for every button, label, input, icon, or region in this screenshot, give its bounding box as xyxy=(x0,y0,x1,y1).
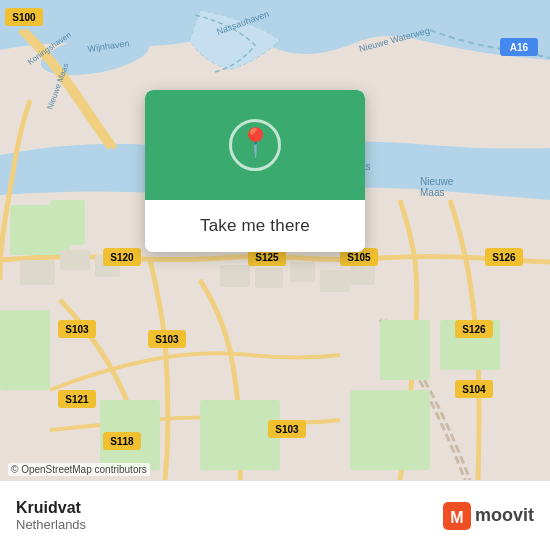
popup-card: 📍 Take me there xyxy=(145,90,365,252)
svg-rect-16 xyxy=(290,262,315,282)
svg-text:A16: A16 xyxy=(510,42,529,53)
location-info: Kruidvat Netherlands xyxy=(16,499,86,532)
svg-text:S105: S105 xyxy=(347,252,371,263)
popup-header: 📍 xyxy=(145,90,365,200)
svg-text:M: M xyxy=(450,509,463,526)
svg-text:Nieuwe: Nieuwe xyxy=(420,176,454,187)
svg-rect-10 xyxy=(50,200,85,245)
svg-rect-14 xyxy=(220,265,250,287)
svg-text:S121: S121 xyxy=(65,394,89,405)
svg-rect-18 xyxy=(350,265,375,285)
svg-text:S125: S125 xyxy=(255,252,279,263)
location-country: Netherlands xyxy=(16,517,86,532)
svg-rect-15 xyxy=(255,268,283,288)
map-container: S100 A16 S103 S120 S121 S125 S105 S103 xyxy=(0,0,550,480)
svg-text:S104: S104 xyxy=(462,384,486,395)
svg-text:S126: S126 xyxy=(462,324,486,335)
map-attribution: © OpenStreetMap contributors xyxy=(8,463,150,476)
location-pin-icon: 📍 xyxy=(238,129,273,157)
svg-rect-7 xyxy=(0,310,50,390)
moovit-text: moovit xyxy=(475,505,534,526)
location-icon-container: 📍 xyxy=(229,119,281,171)
svg-rect-4 xyxy=(380,320,430,380)
svg-text:S103: S103 xyxy=(65,324,89,335)
svg-text:S103: S103 xyxy=(275,424,299,435)
app: S100 A16 S103 S120 S121 S125 S105 S103 xyxy=(0,0,550,550)
svg-rect-6 xyxy=(350,390,430,470)
svg-rect-12 xyxy=(60,250,90,270)
moovit-logo: M moovit xyxy=(443,502,534,530)
bottom-bar: Kruidvat Netherlands M moovit xyxy=(0,480,550,550)
moovit-icon: M xyxy=(443,502,471,530)
svg-text:S118: S118 xyxy=(110,436,134,447)
take-me-there-button[interactable]: Take me there xyxy=(145,200,365,252)
svg-text:Maas: Maas xyxy=(420,187,444,198)
svg-text:S100: S100 xyxy=(12,12,36,23)
location-name: Kruidvat xyxy=(16,499,86,517)
svg-text:S126: S126 xyxy=(492,252,516,263)
svg-rect-17 xyxy=(320,270,350,292)
svg-rect-11 xyxy=(20,260,55,285)
svg-text:S103: S103 xyxy=(155,334,179,345)
svg-text:S120: S120 xyxy=(110,252,134,263)
